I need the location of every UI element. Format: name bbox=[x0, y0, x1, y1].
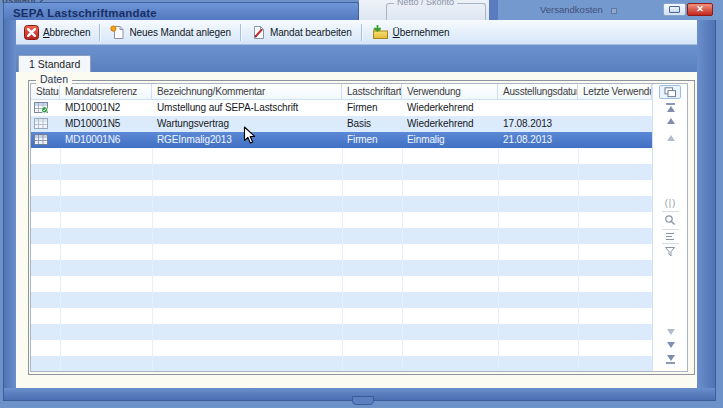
cell-bezeichnung: Umstellung auf SEPA-Lastschrift bbox=[152, 100, 342, 116]
netto-skonto-label: Netto / Skonto bbox=[394, 0, 457, 7]
toolbar: Abbrechen Neues Mandat anlegen Mandat be… bbox=[16, 20, 697, 45]
column-header-bezeichnung[interactable]: Bezeichnung/Kommentar bbox=[152, 84, 342, 100]
window-close-button[interactable]: ✕ bbox=[687, 3, 713, 16]
cell-ausstellungsdatum bbox=[498, 100, 578, 116]
cell-verwendung: Wiederkehrend bbox=[402, 116, 498, 132]
grid-column-line bbox=[342, 148, 343, 371]
close-icon: ✕ bbox=[696, 4, 704, 14]
grid-column-line bbox=[152, 148, 153, 371]
page-down-icon bbox=[667, 342, 675, 348]
search-icon bbox=[664, 214, 677, 227]
strip-divider bbox=[662, 211, 679, 212]
column-header-mandatsreferenz[interactable]: Mandatsreferenz bbox=[60, 84, 152, 100]
versandkosten-checkbox bbox=[611, 8, 617, 14]
window-restore-button[interactable] bbox=[663, 3, 686, 16]
column-header-ausstellungsdatum[interactable]: Ausstellungsdatum bbox=[498, 84, 578, 100]
sum-button[interactable] bbox=[653, 232, 687, 242]
grid-row[interactable]: MD10001N6 RGEInmalig2013 Firmen Einmalig… bbox=[31, 132, 652, 148]
neues-mandat-anlegen-button[interactable]: Neues Mandat anlegen bbox=[104, 23, 236, 42]
edit-document-icon bbox=[251, 25, 266, 40]
main-panel: Daten Status Mandatsreferenz Bezeichnung… bbox=[16, 72, 697, 388]
new-document-icon bbox=[110, 25, 125, 40]
cell-lastschriftart: Firmen bbox=[342, 132, 402, 148]
cell-ausstellungsdatum: 21.08.2013 bbox=[498, 132, 578, 148]
versandkosten-label: Versandkosten bbox=[540, 4, 603, 15]
cell-letzte-verwendung bbox=[578, 100, 652, 116]
column-header-lastschriftart[interactable]: Lastschriftart bbox=[342, 84, 402, 100]
dialog-content: Abbrechen Neues Mandat anlegen Mandat be… bbox=[16, 20, 697, 388]
cell-letzte-verwendung bbox=[578, 132, 652, 148]
scroll-page-up-button[interactable] bbox=[653, 118, 687, 124]
mandat-bearbeiten-button[interactable]: Mandat bearbeiten bbox=[245, 23, 358, 42]
mandate-status-active-icon bbox=[34, 102, 48, 113]
cell-ausstellungsdatum: Einmalig bbox=[402, 132, 498, 148]
column-width-button[interactable]: (|) bbox=[653, 198, 687, 208]
cell-verwendung: Wiederkehrend bbox=[402, 100, 498, 116]
daten-group-label: Daten bbox=[36, 73, 72, 85]
dialog-frame-right bbox=[697, 20, 716, 401]
cell-mandatsreferenz: MD10001N2 bbox=[60, 100, 152, 116]
cell-lastschriftart: Basis bbox=[342, 116, 402, 132]
scroll-bottom-icon bbox=[667, 355, 675, 361]
scroll-to-top-button[interactable] bbox=[653, 102, 687, 112]
column-header-verwendung[interactable]: Verwendung bbox=[402, 84, 498, 100]
filter-button[interactable] bbox=[653, 246, 687, 258]
page-up-icon bbox=[667, 118, 675, 124]
grid-column-line bbox=[60, 148, 61, 371]
tab-standard[interactable]: 1 Standard bbox=[18, 55, 91, 72]
mouse-cursor bbox=[243, 126, 256, 145]
strip-divider bbox=[662, 243, 679, 244]
scroll-to-bottom-button[interactable] bbox=[653, 355, 687, 365]
window-restore-icon bbox=[669, 6, 680, 13]
row-up-icon bbox=[667, 135, 675, 141]
abbrechen-button[interactable]: Abbrechen bbox=[18, 23, 96, 42]
apply-folder-icon bbox=[372, 25, 389, 40]
cancel-red-x-icon bbox=[24, 25, 39, 40]
scroll-top-icon bbox=[667, 106, 675, 112]
mandate-status-icon bbox=[34, 118, 48, 129]
tab-band: 1 Standard bbox=[16, 45, 697, 72]
toolbar-separator bbox=[99, 24, 101, 41]
copy-icon bbox=[664, 87, 677, 98]
mandates-grid: Status Mandatsreferenz Bezeichnung/Komme… bbox=[31, 84, 687, 371]
cell-ausstellungsdatum: 17.08.2013 bbox=[498, 116, 578, 132]
grid-column-line bbox=[402, 148, 403, 371]
grid-side-strip: (|) bbox=[652, 84, 687, 371]
cell-letzte-verwendung bbox=[578, 116, 652, 132]
background-divider bbox=[489, 0, 498, 20]
column-header-letzte-verwendung[interactable]: Letzte Verwendung bbox=[578, 84, 652, 100]
dialog-title: SEPA Lastschriftmandate bbox=[13, 7, 157, 19]
dialog-frame-left bbox=[3, 20, 16, 401]
cell-mandatsreferenz: MD10001N5 bbox=[60, 116, 152, 132]
uebernehmen-button[interactable]: Übernehmen bbox=[366, 23, 456, 42]
toolbar-separator bbox=[361, 24, 363, 41]
filter-icon bbox=[664, 246, 677, 258]
grid-row[interactable]: MD10001N5 Wartungsvertrag Basis Wiederke… bbox=[31, 116, 652, 132]
toolbar-separator bbox=[240, 24, 242, 41]
cell-lastschriftart: Firmen bbox=[342, 100, 402, 116]
cell-mandatsreferenz: MD10001N6 bbox=[60, 132, 152, 148]
scroll-page-down-button[interactable] bbox=[653, 342, 687, 348]
row-down-icon bbox=[667, 329, 675, 335]
dialog-titlebar[interactable]: SEPA Lastschriftmandate bbox=[3, 2, 359, 20]
strip-divider bbox=[662, 229, 679, 230]
sum-icon bbox=[665, 232, 677, 242]
scroll-row-down-button[interactable] bbox=[653, 329, 687, 335]
resize-notch[interactable] bbox=[352, 396, 374, 405]
mandate-status-icon bbox=[34, 134, 48, 145]
grid-row[interactable]: MD10001N2 Umstellung auf SEPA-Lastschrif… bbox=[31, 100, 652, 116]
column-width-icon: (|) bbox=[665, 198, 676, 208]
grid-column-line bbox=[578, 148, 579, 371]
grid-column-line bbox=[498, 148, 499, 371]
copy-grid-button[interactable] bbox=[659, 85, 681, 99]
scroll-row-up-button[interactable] bbox=[653, 135, 687, 141]
search-button[interactable] bbox=[653, 214, 687, 227]
column-header-status[interactable]: Status bbox=[31, 84, 60, 100]
